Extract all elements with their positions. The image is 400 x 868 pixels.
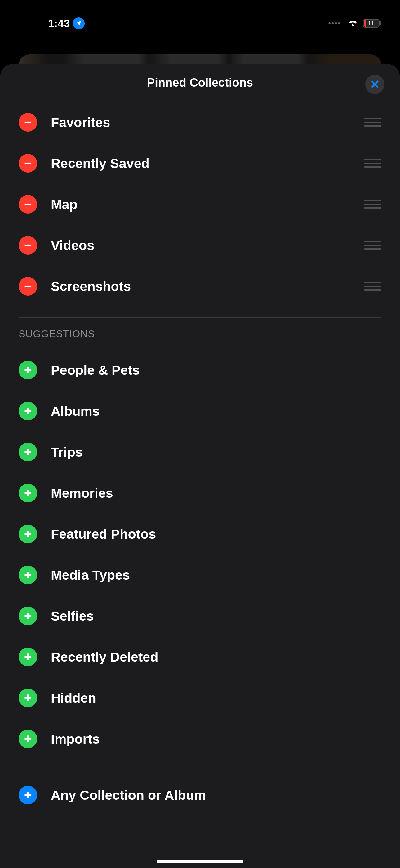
suggestions-list: + People & Pets + Albums + Trips + Memor… xyxy=(0,349,400,760)
close-button[interactable]: ✕ xyxy=(365,75,385,94)
drag-handle-icon[interactable] xyxy=(364,282,381,290)
pinned-row-recently-saved[interactable]: − Recently Saved xyxy=(0,143,400,184)
pinned-collections-sheet: Pinned Collections ✕ − Favorites − Recen… xyxy=(0,64,400,868)
row-label: Hidden xyxy=(51,690,381,706)
status-left: 1:43 xyxy=(19,18,85,30)
divider xyxy=(19,317,381,318)
wifi-icon xyxy=(347,18,359,28)
suggestion-row-people-pets[interactable]: + People & Pets xyxy=(0,349,400,391)
plus-icon: + xyxy=(24,527,32,540)
row-label: Memories xyxy=(51,486,381,501)
add-any-button[interactable]: + xyxy=(19,786,37,804)
drag-handle-icon[interactable] xyxy=(364,159,381,168)
battery-percent: 11 xyxy=(363,20,379,27)
add-button[interactable]: + xyxy=(19,361,37,379)
plus-icon: + xyxy=(24,445,32,459)
row-label: Screenshots xyxy=(51,279,351,294)
suggestion-row-selfies[interactable]: + Selfies xyxy=(0,595,400,637)
row-label: Any Collection or Album xyxy=(51,787,381,803)
drag-handle-icon[interactable] xyxy=(364,200,381,209)
add-button[interactable]: + xyxy=(19,443,37,461)
plus-icon: + xyxy=(24,568,32,582)
pinned-row-map[interactable]: − Map xyxy=(0,184,400,225)
pinned-row-favorites[interactable]: − Favorites xyxy=(0,102,400,143)
suggestion-row-imports[interactable]: + Imports xyxy=(0,718,400,760)
suggestion-row-albums[interactable]: + Albums xyxy=(0,391,400,432)
plus-icon: + xyxy=(24,691,32,704)
add-button[interactable]: + xyxy=(19,402,37,420)
add-button[interactable]: + xyxy=(19,525,37,543)
divider xyxy=(19,770,381,770)
sheet-title: Pinned Collections xyxy=(19,76,381,89)
row-label: Trips xyxy=(51,444,381,460)
suggestion-row-trips[interactable]: + Trips xyxy=(0,432,400,472)
suggestion-row-memories[interactable]: + Memories xyxy=(0,472,400,514)
drag-handle-icon[interactable] xyxy=(364,118,381,127)
plus-icon: + xyxy=(24,650,32,663)
pinned-list: − Favorites − Recently Saved − Map − Vid… xyxy=(0,102,400,307)
plus-icon: + xyxy=(24,610,32,622)
plus-icon: + xyxy=(24,404,32,417)
minus-icon: − xyxy=(24,157,32,170)
status-time: 1:43 xyxy=(48,18,70,30)
add-button[interactable]: + xyxy=(19,688,37,707)
minus-icon: − xyxy=(24,239,32,252)
remove-button[interactable]: − xyxy=(19,113,37,132)
remove-button[interactable]: − xyxy=(19,277,37,296)
suggestion-row-featured-photos[interactable]: + Featured Photos xyxy=(0,514,400,554)
add-button[interactable]: + xyxy=(19,607,37,625)
sheet-header: Pinned Collections ✕ xyxy=(0,76,400,102)
close-icon: ✕ xyxy=(370,79,380,90)
row-label: Map xyxy=(51,197,351,212)
pinned-row-videos[interactable]: − Videos xyxy=(0,225,400,266)
suggestion-row-hidden[interactable]: + Hidden xyxy=(0,677,400,718)
plus-icon: + xyxy=(24,732,32,745)
plus-icon: + xyxy=(24,364,32,377)
pinned-row-screenshots[interactable]: − Screenshots xyxy=(0,266,400,307)
remove-button[interactable]: − xyxy=(19,154,37,173)
minus-icon: − xyxy=(24,198,32,211)
row-label: Selfies xyxy=(51,609,381,624)
status-right: •••• 11 xyxy=(328,18,381,28)
minus-icon: − xyxy=(24,280,32,293)
row-label: Videos xyxy=(51,238,351,253)
add-button[interactable]: + xyxy=(19,484,37,502)
suggestion-row-recently-deleted[interactable]: + Recently Deleted xyxy=(0,637,400,677)
remove-button[interactable]: − xyxy=(19,195,37,214)
row-label: People & Pets xyxy=(51,363,381,378)
drag-handle-icon[interactable] xyxy=(364,241,381,250)
row-label: Imports xyxy=(51,732,381,747)
status-bar: 1:43 •••• 11 xyxy=(0,0,400,37)
recording-indicator-icon: •••• xyxy=(328,19,343,28)
location-services-icon xyxy=(73,18,85,29)
minus-icon: − xyxy=(24,116,32,129)
suggestions-header: SUGGESTIONS xyxy=(0,328,400,349)
row-label: Recently Saved xyxy=(51,156,351,171)
row-label: Albums xyxy=(51,404,381,419)
any-collection-row[interactable]: + Any Collection or Album xyxy=(0,775,400,815)
row-label: Media Types xyxy=(51,567,381,583)
row-label: Featured Photos xyxy=(51,527,381,542)
row-label: Favorites xyxy=(51,115,351,130)
plus-icon: + xyxy=(24,788,32,802)
add-button[interactable]: + xyxy=(19,730,37,748)
add-button[interactable]: + xyxy=(19,566,37,584)
remove-button[interactable]: − xyxy=(19,236,37,254)
plus-icon: + xyxy=(24,487,32,499)
row-label: Recently Deleted xyxy=(51,649,381,665)
add-button[interactable]: + xyxy=(19,648,37,666)
battery-indicator: 11 xyxy=(363,19,381,28)
suggestion-row-media-types[interactable]: + Media Types xyxy=(0,554,400,595)
home-indicator[interactable] xyxy=(157,860,243,863)
